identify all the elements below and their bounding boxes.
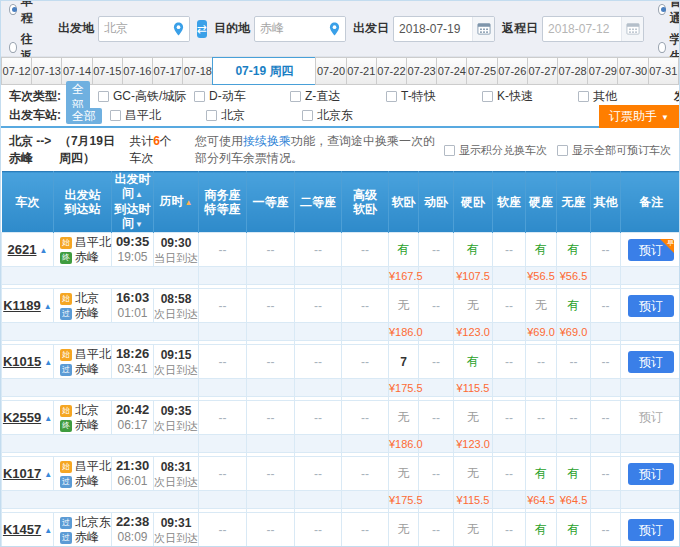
return-date-field: 返程日 2018-07-12 bbox=[502, 16, 644, 42]
train-type-option[interactable]: GC-高铁/城际 bbox=[98, 88, 194, 105]
depart-station-option[interactable]: 北京 bbox=[206, 107, 302, 124]
sort-asc-icon[interactable]: ▲ bbox=[185, 198, 193, 207]
normal-passenger-radio[interactable]: 普通 bbox=[658, 0, 680, 27]
train-type-option[interactable]: K-快速 bbox=[482, 88, 578, 105]
train-link[interactable]: K2559 bbox=[3, 410, 41, 425]
seat-availability-cell: -- bbox=[493, 513, 526, 547]
to-input[interactable]: 赤峰 bbox=[254, 16, 346, 42]
one-way-radio[interactable]: 单程 bbox=[9, 0, 36, 27]
date-tab-07-15[interactable]: 07-15 bbox=[92, 57, 123, 85]
price-cell: ¥56.5 bbox=[526, 267, 557, 285]
date-tab-07-31[interactable]: 07-31 bbox=[648, 57, 679, 85]
seat-availability-cell: 有 bbox=[389, 233, 419, 267]
depart-date-input[interactable]: 2018-07-19 bbox=[393, 16, 495, 42]
date-tab-07-26[interactable]: 07-26 bbox=[497, 57, 528, 85]
location-pin-icon[interactable] bbox=[167, 17, 189, 41]
price-cell bbox=[199, 267, 247, 285]
price-blank-cell bbox=[2, 491, 199, 509]
expand-arrow-icon[interactable]: ▲ bbox=[44, 302, 52, 311]
depart-station-option[interactable]: 北京东 bbox=[302, 107, 398, 124]
train-link[interactable]: 2621 bbox=[8, 242, 37, 257]
expand-arrow-icon[interactable]: ▲ bbox=[44, 526, 52, 535]
expand-arrow-icon[interactable]: ▲ bbox=[44, 470, 52, 479]
radio-icon bbox=[9, 42, 17, 53]
points-exchange-checkbox[interactable]: 显示积分兑换车次 bbox=[444, 143, 547, 158]
date-tab-07-28[interactable]: 07-28 bbox=[557, 57, 588, 85]
train-type-option[interactable]: D-动车 bbox=[194, 88, 290, 105]
date-tab-07-24[interactable]: 07-24 bbox=[436, 57, 467, 85]
seat-availability-cell: 无 bbox=[454, 513, 493, 547]
col-header-emu-sleeper: 动卧 bbox=[419, 172, 454, 233]
expand-arrow-icon[interactable]: ▲ bbox=[44, 358, 52, 367]
col-header-train-no: 车次 bbox=[2, 172, 54, 233]
expand-arrow-icon[interactable]: ▲ bbox=[44, 414, 52, 423]
price-cell: ¥69.0 bbox=[526, 323, 557, 341]
date-tab-07-12[interactable]: 07-12 bbox=[1, 57, 32, 85]
train-type-option[interactable]: 其他 bbox=[578, 88, 674, 105]
date-tab-07-29[interactable]: 07-29 bbox=[587, 57, 618, 85]
seat-availability-cell: -- bbox=[591, 401, 621, 435]
arrive-time: 01:01 bbox=[112, 306, 153, 321]
col-header-other: 其他 bbox=[591, 172, 621, 233]
train-link[interactable]: K1189 bbox=[3, 298, 41, 313]
show-all-bookable-checkbox[interactable]: 显示全部可预订车次 bbox=[557, 143, 671, 158]
price-row: ¥175.5¥115.5¥64.5¥64.5 bbox=[2, 491, 680, 509]
book-button[interactable]: 预订 bbox=[628, 295, 674, 317]
trip-type-group: 单程 往返 bbox=[9, 0, 44, 65]
date-tab-selected[interactable]: 07-19 周四 bbox=[212, 57, 316, 85]
train-link[interactable]: K1015 bbox=[3, 354, 41, 369]
price-cell bbox=[247, 435, 295, 453]
book-button[interactable]: 预订早 bbox=[628, 239, 674, 261]
from-input[interactable]: 北京 bbox=[98, 16, 190, 42]
sort-asc-icon[interactable]: ▲ bbox=[135, 190, 143, 199]
swap-stations-icon[interactable]: ⇄ bbox=[197, 20, 207, 38]
book-button[interactable]: 预订 bbox=[628, 463, 674, 485]
price-cell bbox=[419, 491, 454, 509]
station-badge-pass: 过 bbox=[60, 517, 72, 529]
depart-station-option[interactable]: 昌平北 bbox=[110, 107, 206, 124]
date-tab-07-20[interactable]: 07-20 bbox=[315, 57, 346, 85]
depart-time: 18:26 bbox=[112, 346, 153, 362]
col-header-times[interactable]: 出发时间▲到达时间▼ bbox=[112, 172, 154, 233]
book-button[interactable]: 预订 bbox=[628, 351, 674, 373]
date-tab-07-30[interactable]: 07-30 bbox=[617, 57, 648, 85]
seat-availability-cell: -- bbox=[247, 401, 295, 435]
arrive-day: 当日到达 bbox=[154, 251, 198, 265]
duration-cell: 09:31次日到达 bbox=[154, 513, 199, 547]
depart-station-all-badge[interactable]: 全部 bbox=[66, 108, 102, 124]
times-cell: 09:3519:05 bbox=[112, 233, 154, 267]
book-button[interactable]: 预订 bbox=[628, 519, 674, 541]
train-link[interactable]: K1457 bbox=[3, 522, 41, 537]
date-tab-07-25[interactable]: 07-25 bbox=[466, 57, 497, 85]
date-tab-07-17[interactable]: 07-17 bbox=[152, 57, 183, 85]
route-date: （7月19日 周四） bbox=[59, 133, 127, 167]
train-link[interactable]: K1017 bbox=[3, 466, 41, 481]
location-pin-icon[interactable] bbox=[323, 17, 345, 41]
depart-station-label: 出发车站: bbox=[9, 107, 61, 124]
return-date-input[interactable]: 2018-07-12 bbox=[542, 16, 644, 42]
calendar-icon[interactable] bbox=[472, 17, 494, 41]
date-tab-07-13[interactable]: 07-13 bbox=[31, 57, 62, 85]
col-header-duration[interactable]: 历时▲ bbox=[154, 172, 199, 233]
booking-assistant-button[interactable]: 订票助手▼ bbox=[599, 105, 679, 128]
depart-time-filter: 发车时间: 00:00--24:00 ▼ bbox=[674, 87, 680, 106]
train-type-option[interactable]: Z-直达 bbox=[290, 88, 386, 105]
date-tab-07-22[interactable]: 07-22 bbox=[376, 57, 407, 85]
seat-availability-cell: -- bbox=[342, 513, 389, 547]
col-header-soft-seat: 软座 bbox=[493, 172, 526, 233]
sort-desc-icon[interactable]: ▼ bbox=[135, 220, 143, 229]
expand-arrow-icon[interactable]: ▲ bbox=[40, 246, 48, 255]
date-tab-07-18[interactable]: 07-18 bbox=[182, 57, 213, 85]
transfer-link[interactable]: 接续换乘 bbox=[243, 134, 291, 148]
destination-station: 终赤峰 bbox=[60, 250, 111, 265]
date-tab-07-23[interactable]: 07-23 bbox=[406, 57, 437, 85]
date-tab-07-27[interactable]: 07-27 bbox=[527, 57, 558, 85]
seat-availability-cell: -- bbox=[295, 345, 342, 379]
seat-availability-cell: -- bbox=[557, 345, 591, 379]
seat-availability-cell: -- bbox=[591, 233, 621, 267]
train-row: K1017▲始昌平北过赤峰21:3006:0108:31次日到达--------… bbox=[2, 457, 680, 491]
train-type-option[interactable]: T-特快 bbox=[386, 88, 482, 105]
date-tab-07-21[interactable]: 07-21 bbox=[346, 57, 377, 85]
date-tab-07-16[interactable]: 07-16 bbox=[122, 57, 153, 85]
station-badge-end: 终 bbox=[60, 420, 72, 432]
